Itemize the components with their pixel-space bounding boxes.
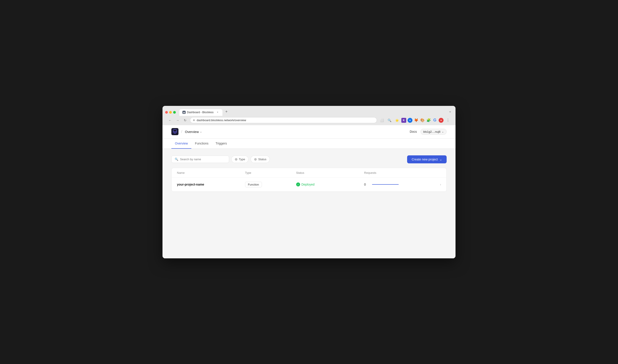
table-header: Name Type Status Requests [172,168,446,178]
create-new-project-button[interactable]: Create new project ⌄ [407,155,447,163]
search-input[interactable] [180,157,226,161]
breadcrumb-separator: / [181,130,182,134]
recorder-icon[interactable]: ● [439,118,444,123]
create-label: Create new project [412,157,438,161]
type-filter-button[interactable]: ⊕ Type [231,156,248,163]
svg-marker-0 [183,111,185,113]
zoom-icon[interactable]: 🔍 [386,117,392,123]
google-extension-icon[interactable]: G [432,118,437,123]
close-traffic-light[interactable] [165,111,168,114]
refresh-button[interactable]: ↻ [182,117,188,123]
tab-title: Dashboard - Blockless [187,111,214,114]
user-chevron-icon: ⌄ [442,130,444,133]
projects-table: Name Type Status Requests your-project-n… [171,168,447,192]
app-logo[interactable] [171,128,179,135]
deployed-check-icon: ✓ [296,182,300,186]
content-toolbar: 🔍 ⊕ Type ⊕ Status Cre [171,155,447,163]
puzzle-extension-icon[interactable]: 🧩 [426,118,431,123]
svg-rect-1 [171,128,179,135]
th-type: Type [245,171,296,174]
back-button[interactable]: ← [167,117,173,123]
status-label: Deployed [301,183,315,186]
app-header: / Overview ⌄ Docs bls1g2....nuj8 ⌄ [163,125,455,139]
screenshot-icon[interactable]: ⬜ [379,117,385,123]
security-icon: ⊛ [193,119,195,122]
browser-tab-active[interactable]: Dashboard - Blockless × [179,109,222,116]
maximize-traffic-light[interactable] [173,111,176,114]
main-content: 🔍 ⊕ Type ⊕ Status Cre [163,149,455,198]
requests-count: 0 [364,183,369,186]
tab-triggers[interactable]: Triggers [212,139,231,149]
user-label: bls1g2....nuj8 [423,130,440,133]
type-filter-label: Type [239,157,245,161]
tab-close-button[interactable]: × [216,111,219,114]
app-content: / Overview ⌄ Docs bls1g2....nuj8 ⌄ Overv… [163,125,455,258]
requests-bar [372,184,399,185]
search-icon: 🔍 [175,157,178,161]
type-badge: Function [245,182,262,187]
table-row[interactable]: your-project-name Function ✓ Deployed 0 … [172,178,446,192]
create-chevron-icon: ⌄ [439,157,442,161]
tab-overview[interactable]: Overview [171,139,191,149]
type-filter-plus-icon: ⊕ [235,157,238,161]
browser-nav: ← → ↻ [167,117,188,123]
browser-toolbar-icons: ⬜ 🔍 ⭐ K ● 🦊 🎨 🧩 G ● ⋮ [379,117,451,123]
browser-chrome: Dashboard - Blockless × + ⌄ ← → ↻ ⊛ dash… [163,106,455,125]
project-status-cell: ✓ Deployed [296,182,364,186]
address-bar[interactable]: ⊛ dashboard.blockless.network/overview [190,117,377,123]
breadcrumb-chevron-icon: ⌄ [200,130,202,133]
toolbar-left: 🔍 ⊕ Type ⊕ Status [171,156,270,163]
keplr-extension-icon[interactable]: K [401,118,406,123]
row-arrow-icon: › [432,183,441,186]
browser-dropdown[interactable]: ⌄ [447,108,453,114]
new-tab-button[interactable]: + [223,109,230,115]
requests-cell: 0 [364,183,432,186]
forward-button[interactable]: → [174,117,181,123]
app-header-right: Docs bls1g2....nuj8 ⌄ [410,129,447,135]
app-header-left: / Overview ⌄ [171,128,202,135]
th-name: Name [177,171,245,174]
th-action [432,171,441,174]
minimize-traffic-light[interactable] [169,111,172,114]
browser-window: Dashboard - Blockless × + ⌄ ← → ↻ ⊛ dash… [163,106,455,258]
metamask-fox-icon[interactable]: 🦊 [414,118,419,123]
tab-favicon [182,111,186,114]
docs-link[interactable]: Docs [410,130,417,133]
th-status: Status [296,171,364,174]
th-requests: Requests [364,171,432,174]
status-filter-button[interactable]: ⊕ Status [251,156,270,163]
project-type-cell: Function [245,182,296,187]
browser-more-menu[interactable]: ⋮ [445,117,451,123]
tabs-nav: Overview Functions Triggers [163,139,455,149]
traffic-lights [165,111,176,114]
tab-functions[interactable]: Functions [191,139,212,149]
address-text: dashboard.blockless.network/overview [197,118,374,122]
lego-icon[interactable]: 🎨 [420,118,425,123]
bookmark-icon[interactable]: ⭐ [394,117,400,123]
status-filter-plus-icon: ⊕ [254,157,257,161]
status-filter-label: Status [258,157,266,161]
metamask-circle-icon[interactable]: ● [408,118,412,123]
search-box[interactable]: 🔍 [171,156,229,163]
user-badge[interactable]: bls1g2....nuj8 ⌄ [420,129,447,135]
project-name: your-project-name [177,183,245,186]
breadcrumb-overview[interactable]: Overview ⌄ [185,130,202,134]
address-bar-row: ← → ↻ ⊛ dashboard.blockless.network/over… [165,116,453,125]
breadcrumb-label-text: Overview [185,130,199,134]
